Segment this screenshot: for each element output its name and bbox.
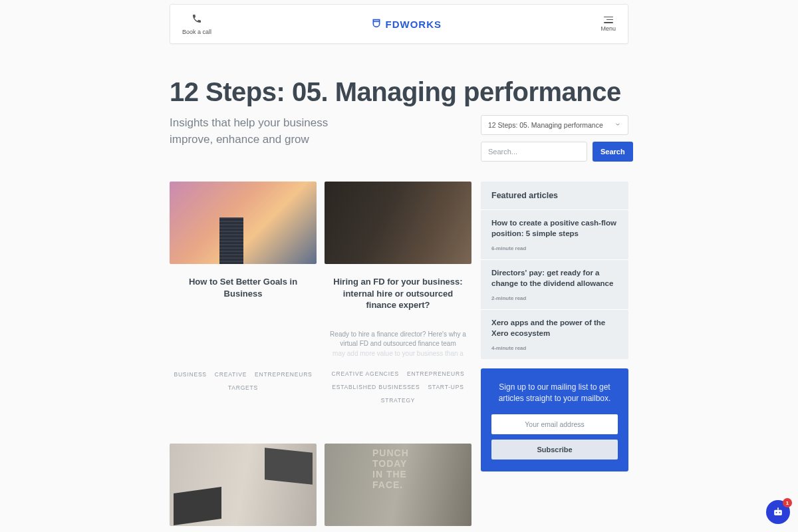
- tagline-line-2: improve, enhance and grow: [170, 132, 328, 148]
- post-card: A Guide to SEIS and EIS: [170, 444, 317, 532]
- featured-item-title: How to create a positive cash-flow posit…: [491, 218, 618, 239]
- shield-icon: [371, 18, 382, 31]
- page-header: 12 Steps: 05. Managing performance: [170, 77, 628, 107]
- tagline-line-1: Insights that help your business: [170, 115, 328, 132]
- post-thumbnail[interactable]: [170, 444, 317, 526]
- tag-link[interactable]: ENTREPRENEURS: [407, 370, 464, 377]
- post-thumbnail[interactable]: [170, 182, 317, 264]
- featured-item-meta: 4-minute read: [491, 345, 618, 351]
- top-bar: Book a call FDWORKS Menu: [170, 4, 628, 44]
- book-a-call-label: Book a call: [182, 29, 211, 35]
- email-field[interactable]: [491, 414, 618, 434]
- tagline: Insights that help your business improve…: [170, 115, 328, 148]
- post-card: Hiring an FD for your business: internal…: [325, 182, 471, 404]
- tag-link[interactable]: BUSINESS: [174, 371, 206, 378]
- post-thumbnail[interactable]: [325, 182, 471, 264]
- signup-text: Sign up to our mailing list to get artic…: [491, 382, 618, 405]
- menu-button[interactable]: Menu: [600, 17, 616, 32]
- featured-item-meta: 6-minute read: [491, 245, 618, 251]
- filter-panel: 12 Steps: 05. Managing performance Searc…: [481, 115, 628, 162]
- tag-link[interactable]: STRATEGY: [381, 397, 416, 404]
- post-tags: BUSINESS CREATIVE ENTREPRENEURS TARGETS: [170, 371, 317, 391]
- sub-header-row: Insights that help your business improve…: [170, 115, 628, 162]
- featured-articles-box: Featured articles How to create a positi…: [481, 182, 628, 359]
- featured-item-title: Xero apps and the power of the Xero ecos…: [491, 318, 618, 338]
- svg-rect-0: [774, 510, 782, 515]
- tag-link[interactable]: ESTABLISHED BUSINESSES: [332, 384, 420, 390]
- post-thumbnail[interactable]: [325, 444, 471, 526]
- hamburger-icon: [604, 17, 613, 23]
- post-excerpt: Ready to hire a finance director? Here's…: [325, 330, 471, 359]
- search-input[interactable]: [481, 142, 587, 162]
- chat-widget[interactable]: 1: [766, 500, 790, 524]
- newsletter-signup: Sign up to our mailing list to get artic…: [481, 368, 628, 471]
- tag-link[interactable]: START-UPS: [428, 384, 464, 390]
- post-title[interactable]: How to Set Better Goals in Business: [170, 276, 317, 299]
- post-card: 5 'New Way of Working': [325, 444, 471, 532]
- featured-item[interactable]: Xero apps and the power of the Xero ecos…: [481, 309, 628, 359]
- svg-point-1: [776, 512, 777, 513]
- svg-point-2: [779, 512, 781, 513]
- logo[interactable]: FDWORKS: [371, 18, 442, 31]
- post-title[interactable]: Hiring an FD for your business: internal…: [325, 276, 471, 311]
- tag-link[interactable]: CREATIVE: [215, 371, 247, 378]
- category-dropdown[interactable]: 12 Steps: 05. Managing performance: [481, 115, 628, 135]
- featured-item-meta: 2-minute read: [491, 295, 618, 301]
- logo-text: FDWORKS: [386, 19, 442, 30]
- featured-item[interactable]: How to create a positive cash-flow posit…: [481, 209, 628, 259]
- book-a-call-button[interactable]: Book a call: [182, 13, 211, 35]
- subscribe-button[interactable]: Subscribe: [491, 440, 618, 460]
- post-card: How to Set Better Goals in Business BUSI…: [170, 182, 317, 404]
- sidebar: Featured articles How to create a positi…: [481, 182, 628, 471]
- featured-item[interactable]: Directors' pay: get ready for a change t…: [481, 259, 628, 309]
- svg-rect-3: [777, 507, 779, 509]
- menu-label: Menu: [600, 25, 616, 32]
- search-row: Search: [481, 142, 628, 162]
- chat-badge: 1: [783, 498, 792, 507]
- tag-link[interactable]: ENTREPRENEURS: [255, 371, 312, 378]
- post-grid: How to Set Better Goals in Business BUSI…: [170, 182, 472, 532]
- page-title: 12 Steps: 05. Managing performance: [170, 77, 628, 107]
- tag-link[interactable]: CREATIVE AGENCIES: [332, 370, 399, 377]
- dropdown-selected: 12 Steps: 05. Managing performance: [488, 121, 603, 129]
- phone-icon: [192, 13, 202, 27]
- post-tags: CREATIVE AGENCIES ENTREPRENEURS ESTABLIS…: [325, 370, 471, 404]
- featured-heading: Featured articles: [481, 182, 628, 209]
- featured-item-title: Directors' pay: get ready for a change t…: [491, 268, 618, 289]
- chevron-down-icon: [614, 121, 621, 129]
- search-button[interactable]: Search: [593, 142, 633, 162]
- robot-icon: [771, 505, 785, 519]
- content-area: How to Set Better Goals in Business BUSI…: [170, 182, 628, 532]
- tag-link[interactable]: TARGETS: [228, 384, 258, 391]
